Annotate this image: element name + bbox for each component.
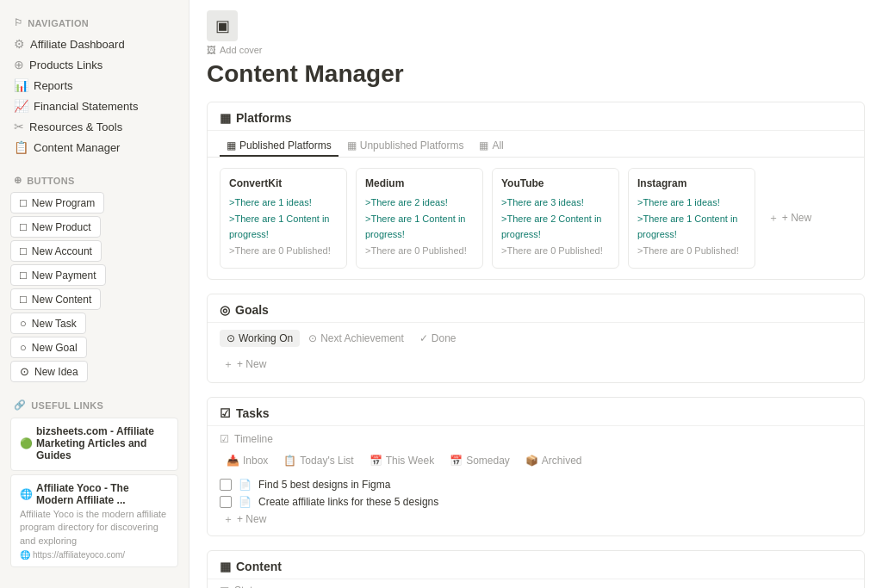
- platforms-header: ▦ Platforms: [208, 102, 864, 131]
- instagram-stat-0: >There are 1 ideas!: [637, 195, 746, 211]
- goals-icon: ◎: [220, 303, 230, 317]
- sidebar-item-reports[interactable]: 📊 Reports: [7, 75, 182, 96]
- tab-someday[interactable]: 📅 Someday: [443, 452, 517, 469]
- sidebar-useful-links-section: 🔗 Useful links 🟢 bizsheets.com - Affilia…: [0, 396, 189, 567]
- platform-card-medium[interactable]: Medium >There are 2 ideas! >There are 1 …: [356, 168, 483, 269]
- sidebar-navigation-section: ⚐ Navigation ⚙ Affiliate Dashboard ⊕ Pro…: [0, 14, 189, 158]
- tab-archived[interactable]: 📦 Archived: [519, 452, 589, 469]
- new-account-button[interactable]: □ New Account: [10, 240, 102, 262]
- products-links-icon: ⊕: [14, 58, 24, 71]
- bizsheets-favicon: 🟢: [20, 437, 33, 449]
- tab-inbox[interactable]: 📥 Inbox: [220, 452, 275, 469]
- new-idea-button[interactable]: ⊙ New Idea: [10, 361, 88, 382]
- tasks-icon: ☑: [220, 406, 231, 420]
- medium-stat-1: >There are 1 Content in progress!: [365, 211, 474, 243]
- new-platform-button[interactable]: ＋ + New: [764, 168, 816, 269]
- sidebar: ⚐ Navigation ⚙ Affiliate Dashboard ⊕ Pro…: [0, 0, 189, 588]
- this-week-tab-icon: 📅: [370, 455, 382, 467]
- new-account-icon: □: [20, 244, 27, 257]
- add-cover-button[interactable]: 🖼 Add cover: [207, 45, 865, 55]
- tab-todays-list[interactable]: 📋 Today's List: [276, 452, 360, 469]
- content-icon: ▦: [220, 560, 231, 573]
- new-goal-row-button[interactable]: ＋ + New: [220, 356, 852, 374]
- add-cover-icon: 🖼: [207, 45, 216, 55]
- new-product-icon: □: [20, 220, 27, 233]
- sidebar-item-affiliate-dashboard[interactable]: ⚙ Affiliate Dashboard: [7, 34, 182, 54]
- affiliateyoco-desc: Affiliate Yoco is the modern affiliate p…: [20, 508, 169, 548]
- affiliateyoco-url: 🌐 https://affiliateyoco.com/: [20, 550, 169, 560]
- platforms-grid: ConvertKit >There are 1 ideas! >There ar…: [208, 158, 864, 279]
- platform-card-youtube[interactable]: YouTube >There are 3 ideas! >There are 2…: [492, 168, 619, 269]
- sidebar-buttons-section: ⊕ Buttons □ New Program □ New Product □ …: [0, 171, 189, 382]
- content-manager-icon: 📋: [14, 140, 28, 154]
- task-0-checkbox[interactable]: [220, 479, 232, 491]
- sidebar-item-financial-statements[interactable]: 📈 Financial Statements: [7, 96, 182, 116]
- task-item-1: 📄 Create affiliate links for these 5 des…: [220, 493, 852, 511]
- convertkit-stat-1: >There are 1 Content in progress!: [229, 211, 338, 243]
- navigation-section-title: ⚐ Navigation: [7, 14, 182, 32]
- tab-this-week[interactable]: 📅 This Week: [363, 452, 441, 469]
- main-content: ▣ 🖼 Add cover Content Manager ▦ Platform…: [189, 0, 882, 588]
- useful-links-section-title: 🔗 Useful links: [7, 396, 182, 414]
- new-program-icon: □: [20, 196, 27, 209]
- affiliateyoco-url-icon: 🌐: [20, 550, 30, 560]
- page-icon: ▣: [207, 10, 238, 41]
- financial-statements-icon: 📈: [14, 99, 28, 113]
- sidebar-item-content-manager[interactable]: 📋 Content Manager: [7, 137, 182, 158]
- new-product-button[interactable]: □ New Product: [10, 216, 101, 238]
- platform-card-convertkit[interactable]: ConvertKit >There are 1 ideas! >There ar…: [220, 168, 347, 269]
- platforms-icon: ▦: [220, 111, 231, 125]
- task-tabs: 📥 Inbox 📋 Today's List 📅 This Week 📅 Som…: [208, 449, 864, 469]
- useful-link-affiliateyoco[interactable]: 🌐 Affiliate Yoco - The Modern Affiliate …: [10, 474, 178, 567]
- platform-card-instagram[interactable]: Instagram >There are 1 ideas! >There are…: [628, 168, 755, 269]
- status-grid-icon: ▦: [220, 585, 229, 588]
- platforms-section: ▦ Platforms ▦ Published Platforms ▦ Unpu…: [207, 102, 865, 280]
- youtube-title: YouTube: [501, 177, 610, 189]
- new-task-row-icon: ＋: [223, 512, 233, 527]
- tab-unpublished-platforms[interactable]: ▦ Unpublished Platforms: [340, 136, 471, 157]
- tab-done[interactable]: ✓ Done: [413, 330, 463, 347]
- new-platform-icon: ＋: [768, 211, 779, 226]
- archived-tab-icon: 📦: [525, 455, 538, 467]
- todays-list-tab-icon: 📋: [283, 455, 296, 467]
- new-task-button[interactable]: ○ New Task: [10, 313, 86, 334]
- useful-links-icon: 🔗: [14, 399, 26, 411]
- sidebar-item-products-links[interactable]: ⊕ Products Links: [7, 54, 182, 75]
- tab-published-platforms[interactable]: ▦ Published Platforms: [220, 136, 339, 157]
- new-program-button[interactable]: □ New Program: [10, 192, 104, 214]
- published-platforms-tab-icon: ▦: [227, 139, 236, 152]
- content-header: ▦ Content: [208, 551, 864, 579]
- convertkit-stat-2: >There are 0 Published!: [229, 243, 338, 259]
- timeline-icon: ☑: [220, 433, 229, 445]
- instagram-title: Instagram: [637, 177, 746, 189]
- new-goal-row-icon: ＋: [223, 357, 233, 372]
- new-task-icon: ○: [20, 317, 27, 330]
- youtube-stat-0: >There are 3 ideas!: [501, 195, 610, 211]
- youtube-stat-2: >There are 0 Published!: [501, 243, 610, 259]
- medium-stat-0: >There are 2 ideas!: [365, 195, 474, 211]
- new-content-button[interactable]: □ New Content: [10, 288, 101, 310]
- medium-stat-2: >There are 0 Published!: [365, 243, 474, 259]
- reports-icon: 📊: [14, 78, 28, 92]
- content-status-row: ▦ Status: [208, 579, 864, 588]
- affiliate-dashboard-icon: ⚙: [14, 37, 25, 51]
- task-item-0: 📄 Find 5 best designs in Figma: [220, 476, 852, 493]
- buttons-section-icon: ⊕: [14, 175, 22, 186]
- instagram-stat-1: >There are 1 Content in progress!: [637, 211, 746, 243]
- task-1-checkbox[interactable]: [220, 496, 232, 508]
- tab-next-achievement[interactable]: ⊙ Next Achievement: [301, 330, 411, 347]
- tasks-section: ☑ Tasks ☑ Timeline 📥 Inbox 📋 Today's Lis…: [207, 397, 865, 536]
- content-section: ▦ Content ▦ Status ▦ Ideas ▦ On Going ▦ …: [207, 550, 865, 588]
- new-payment-button[interactable]: □ New Payment: [10, 264, 106, 286]
- done-tab-icon: ✓: [419, 332, 428, 344]
- sidebar-item-resources-tools[interactable]: ✂ Resources & Tools: [7, 116, 182, 137]
- inbox-tab-icon: 📥: [227, 455, 239, 467]
- new-idea-icon: ⊙: [20, 365, 29, 378]
- affiliateyoco-favicon: 🌐: [20, 488, 33, 500]
- useful-link-bizsheets[interactable]: 🟢 bizsheets.com - Affiliate Marketing Ar…: [10, 418, 178, 471]
- tab-all-platforms[interactable]: ▦ All: [472, 136, 510, 157]
- new-task-row-button[interactable]: ＋ + New: [220, 511, 852, 529]
- tab-working-on[interactable]: ⊙ Working On: [220, 330, 300, 347]
- new-goal-button[interactable]: ○ New Goal: [10, 337, 87, 358]
- convertkit-title: ConvertKit: [229, 177, 338, 189]
